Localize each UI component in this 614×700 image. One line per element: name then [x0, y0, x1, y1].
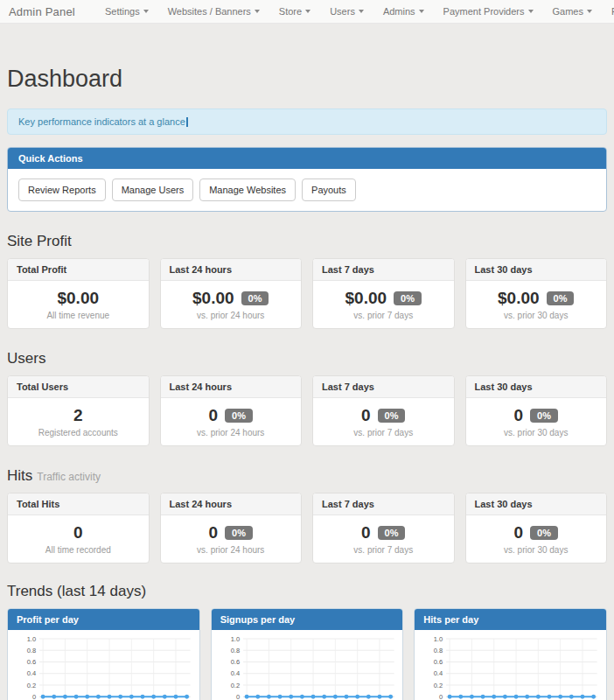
- chevron-down-icon: [305, 10, 310, 13]
- nav-item-admins[interactable]: Admins: [383, 6, 424, 17]
- stat-card-body: 00%vs. prior 7 days: [313, 515, 454, 563]
- manage-websites-button[interactable]: Manage Websites: [199, 178, 296, 201]
- stat-card-total-profit: Total Profit$0.00All time revenue: [7, 258, 150, 329]
- data-point: [333, 695, 338, 699]
- chart-body: 00.20.40.60.81.02025-07-312025-08-022025…: [8, 630, 199, 700]
- data-point: [41, 695, 45, 699]
- stat-caption: vs. prior 7 days: [318, 311, 449, 320]
- chevron-down-icon: [359, 10, 364, 13]
- stat-caption: vs. prior 24 hours: [166, 428, 297, 438]
- data-point: [470, 695, 474, 699]
- section-subtitle: Traffic activity: [37, 471, 101, 483]
- nav-item-payment-providers[interactable]: Payment Providers: [443, 6, 534, 17]
- manage-users-button[interactable]: Manage Users: [112, 178, 194, 201]
- nav-item-label: Store: [279, 6, 302, 17]
- stat-caption: All time revenue: [13, 311, 143, 320]
- data-point: [310, 695, 315, 699]
- svg-text:0.6: 0.6: [434, 658, 443, 666]
- data-point: [96, 695, 101, 699]
- section-title: HitsTraffic activity: [7, 467, 607, 485]
- stat-card-last-24-hours: Last 24 hours00%vs. prior 24 hours: [160, 375, 303, 446]
- stat-card-header: Last 30 days: [466, 494, 607, 515]
- stat-value: $0.00: [498, 289, 540, 308]
- stat-card-body: 00%vs. prior 30 days: [466, 515, 607, 563]
- stat-card-total-hits: Total Hits0All time recorded: [7, 493, 150, 564]
- svg-text:0: 0: [236, 693, 240, 700]
- data-point: [174, 695, 178, 699]
- stat-caption: vs. prior 30 days: [471, 428, 602, 438]
- svg-text:0.2: 0.2: [434, 682, 443, 690]
- stat-card-header: Last 24 hours: [161, 494, 302, 515]
- data-point: [151, 695, 156, 699]
- data-point: [289, 695, 293, 699]
- nav-menu: SettingsWebsites / BannersStoreUsersAdmi…: [105, 6, 614, 17]
- stat-card-header: Last 7 days: [313, 259, 454, 281]
- stat-card-header: Last 24 hours: [161, 376, 302, 398]
- data-point: [244, 695, 248, 699]
- stat-caption: vs. prior 30 days: [471, 545, 602, 555]
- charts-row: Profit per day00.20.40.60.81.02025-07-31…: [7, 608, 607, 700]
- payouts-button[interactable]: Payouts: [302, 178, 356, 201]
- stat-card-header: Last 7 days: [313, 494, 454, 515]
- quick-actions-body: Review ReportsManage UsersManage Website…: [8, 169, 606, 211]
- stat-card-header: Total Profit: [8, 259, 149, 281]
- stat-card-header: Last 30 days: [466, 259, 607, 281]
- info-alert: Key performance indicators at a glance: [7, 108, 607, 135]
- section-title: Users: [7, 350, 607, 368]
- stat-card-last-30-days: Last 30 days00%vs. prior 30 days: [465, 493, 608, 564]
- stat-card-body: 00%vs. prior 24 hours: [161, 398, 302, 445]
- review-reports-button[interactable]: Review Reports: [18, 178, 106, 201]
- stat-card-body: 00%vs. prior 24 hours: [161, 515, 302, 563]
- nav-item-users[interactable]: Users: [330, 6, 364, 17]
- nav-item-label: Admins: [383, 6, 415, 17]
- svg-text:1.0: 1.0: [27, 635, 36, 643]
- percent-change-badge: 0%: [394, 291, 422, 305]
- nav-item-settings[interactable]: Settings: [105, 6, 149, 17]
- stat-value: 2: [73, 406, 83, 425]
- stat-value: 0: [209, 406, 219, 425]
- stat-card-body: 00%vs. prior 30 days: [466, 398, 607, 445]
- chevron-down-icon: [587, 10, 592, 13]
- stat-card-last-24-hours: Last 24 hours$0.000%vs. prior 24 hours: [160, 258, 303, 329]
- svg-text:0.4: 0.4: [434, 669, 443, 677]
- svg-text:0.8: 0.8: [434, 647, 443, 654]
- percent-change-badge: 0%: [225, 526, 253, 540]
- data-point: [536, 695, 541, 699]
- chevron-down-icon: [419, 10, 424, 13]
- main-content: Dashboard Key performance indicators at …: [0, 66, 614, 700]
- nav-item-store[interactable]: Store: [279, 6, 310, 17]
- data-point: [108, 695, 112, 699]
- data-point: [163, 695, 167, 699]
- svg-text:0.4: 0.4: [27, 669, 36, 677]
- stat-caption: vs. prior 7 days: [318, 545, 449, 555]
- brand-admin-panel[interactable]: Admin Panel: [9, 5, 75, 18]
- page-title: Dashboard: [7, 66, 607, 93]
- stat-caption: vs. prior 24 hours: [166, 311, 297, 320]
- stat-card-header: Total Hits: [8, 494, 149, 515]
- nav-item-label: Payment Providers: [443, 6, 525, 17]
- percent-change-badge: 0%: [378, 526, 406, 540]
- nav-item-websites-banners[interactable]: Websites / Banners: [168, 6, 260, 17]
- nav-item-label: Games: [553, 6, 583, 17]
- chevron-down-icon: [255, 10, 260, 13]
- data-point: [492, 695, 497, 699]
- svg-text:0.8: 0.8: [230, 647, 239, 654]
- stat-card-last-30-days: Last 30 days00%vs. prior 30 days: [465, 375, 608, 446]
- data-point: [267, 695, 271, 699]
- nav-item-games[interactable]: Games: [553, 6, 592, 17]
- trends-title: Trends (last 14 days): [7, 583, 607, 600]
- stat-card-body: 2Registered accounts: [8, 398, 149, 445]
- data-point: [344, 695, 348, 699]
- data-point: [581, 695, 585, 699]
- percent-change-badge: 0%: [225, 409, 253, 423]
- chart-panel-signups-per-day: Signups per day00.20.40.60.81.02025-07-3…: [211, 608, 404, 700]
- svg-text:0: 0: [439, 693, 443, 700]
- data-point: [569, 695, 574, 699]
- section-users: UsersTotal Users2Registered accountsLast…: [7, 350, 607, 446]
- stat-card-last-7-days: Last 7 days00%vs. prior 7 days: [312, 375, 455, 446]
- data-point: [185, 695, 189, 699]
- chart-title: Signups per day: [212, 609, 403, 630]
- data-point: [503, 695, 507, 699]
- data-point: [300, 695, 304, 699]
- stat-card-body: 0All time recorded: [8, 515, 149, 563]
